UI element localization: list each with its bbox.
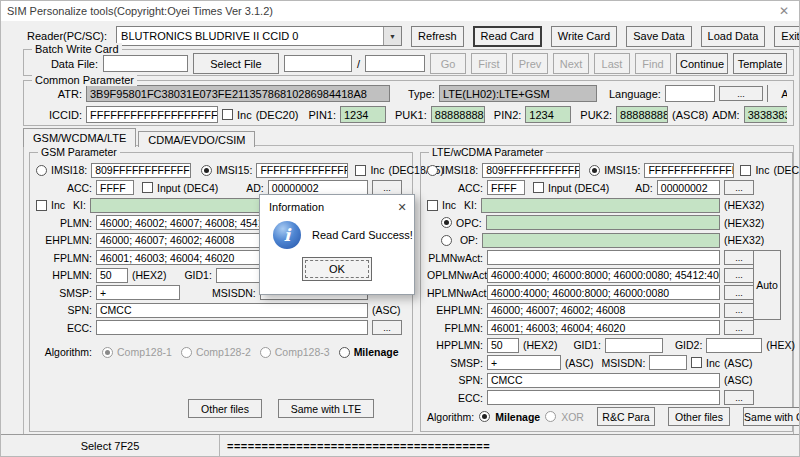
continue-button[interactable]: Continue [676,53,728,74]
lte-imsi18-input[interactable]: 809FFFFFFFFFFFFFFF [482,163,580,178]
gsm-imsi15-input[interactable]: FFFFFFFFFFFFFFF [256,163,348,178]
record-total-input[interactable] [365,55,425,72]
gsm-ecc-input[interactable] [96,320,368,335]
lte-ehplmn-input[interactable]: 46000; 46007; 46002; 46008 [487,303,720,318]
lte-same-with-gsm-button[interactable]: Same with GSM [743,407,800,426]
gsm-ki-inc-checkbox[interactable] [36,200,47,211]
lte-other-files-button[interactable]: Other files [668,407,730,426]
gsm-imsi18-radio[interactable] [36,165,47,176]
lte-smsp-input[interactable]: + [487,355,561,370]
lte-gid1-label: GID1: [573,339,600,351]
template-button[interactable]: Template [733,53,787,74]
lte-hplmnwact-input[interactable]: 46000:4000; 46000:8000; 46000:0080 [487,285,720,300]
refresh-button[interactable]: Refresh [411,26,464,47]
lte-imsi15-radio[interactable] [589,165,600,176]
lte-acc-input[interactable]: FFFF [487,180,525,195]
lte-opc-input[interactable] [486,215,720,230]
exit-button[interactable]: Exit [774,26,800,47]
lte-msisdn-inc-checkbox[interactable] [691,357,702,368]
lte-ecc-browse-button[interactable]: ... [724,390,754,405]
lte-imsi18-radio[interactable] [427,165,438,176]
lte-ad-browse-button[interactable]: ... [724,180,754,195]
lte-ad-input[interactable]: 00000002 [657,180,720,195]
first-button[interactable]: First [471,53,507,74]
gsm-ad-browse-button[interactable]: ... [372,180,402,195]
lte-auto-button[interactable]: Auto [753,250,781,320]
read-card-button[interactable]: Read Card [473,26,542,47]
gsm-acc-input-checkbox[interactable] [142,182,153,193]
adm-input[interactable]: 3838383838383838 [744,106,787,123]
gsm-ecc-browse-button[interactable]: ... [372,320,402,335]
lte-imsi-inc-checkbox[interactable] [740,165,751,176]
gsm-comp128-3-radio[interactable] [260,347,271,358]
iccid-label: ICCID: [30,109,82,121]
iccid-inc-checkbox[interactable] [222,109,233,120]
language-browse-button[interactable]: ... [719,86,763,101]
dialog-close-icon[interactable]: ✕ [394,201,410,214]
write-card-button[interactable]: Write Card [551,26,617,47]
select-file-button[interactable]: Select File [193,53,279,74]
data-file-input[interactable] [103,55,188,72]
find-button[interactable]: Find [635,53,671,74]
lte-ki-inc-checkbox[interactable] [427,200,438,211]
language-input[interactable] [665,85,715,102]
puk1-input[interactable]: 88888888 [431,106,485,123]
lte-ehplmn-browse-button[interactable]: ... [724,303,754,318]
lte-fplmn-browse-button[interactable]: ... [724,320,754,335]
iccid-input[interactable]: FFFFFFFFFFFFFFFFFFFF [86,106,218,123]
gsm-other-files-button[interactable]: Other files [188,399,262,418]
lte-acc-input-checkbox[interactable] [533,182,544,193]
gsm-same-with-lte-button[interactable]: Same with LTE [278,399,374,418]
tab-gsm-wcdma-lte[interactable]: GSM/WCDMA/LTE [23,128,136,147]
go-button[interactable]: Go [430,53,466,74]
lte-ecc-input[interactable] [487,390,720,405]
lte-gid2-input[interactable] [706,338,762,353]
gsm-acc-input[interactable]: FFFF [96,180,134,195]
lte-gid1-input[interactable] [605,338,663,353]
gsm-imsi-inc-checkbox[interactable] [355,165,366,176]
lte-plmnwact-browse-button[interactable]: ... [724,250,754,265]
load-data-button[interactable]: Load Data [701,26,766,47]
gsm-hplmn-input[interactable]: 50 [96,268,128,283]
gsm-imsi15-radio[interactable] [201,165,212,176]
gsm-comp128-1-radio[interactable] [102,347,113,358]
lte-fplmn-input[interactable]: 46001; 46003; 46004; 46020 [487,320,720,335]
lte-op-input[interactable] [482,233,720,248]
reader-select[interactable]: BLUTRONICS BLUDRIVE II CCID 0 ▼ [116,26,402,46]
save-data-button[interactable]: Save Data [626,26,691,47]
gsm-comp128-2-radio[interactable] [181,347,192,358]
prev-button[interactable]: Prev [512,53,548,74]
puk2-input[interactable]: 88888888 [616,106,668,123]
lte-plmnwact-input[interactable] [487,250,720,265]
tab-cdma-evdo-csim[interactable]: CDMA/EVDO/CSIM [138,131,255,147]
dialog-ok-button[interactable]: OK [302,257,372,281]
record-index-input[interactable] [284,55,352,72]
pin1-input[interactable]: 1234 [340,106,386,123]
lte-milenage-radio[interactable] [479,411,490,422]
lte-spn-input[interactable]: CMCC [487,373,720,388]
gsm-milenage-radio[interactable] [339,347,350,358]
lte-rc-para-button[interactable]: R&C Para [597,407,655,426]
lte-hplmnwact-browse-button[interactable]: ... [724,285,754,300]
lte-opc-radio[interactable] [441,217,452,228]
gsm-smsp-input[interactable]: + [96,285,180,300]
lte-msisdn-input[interactable] [649,355,687,370]
lte-oplmnwact-input[interactable]: 46000:4000; 46000:8000; 46000:0080; 4541… [487,268,720,283]
gsm-spn-input[interactable]: CMCC [96,303,368,318]
last-button[interactable]: Last [594,53,630,74]
chevron-down-icon[interactable]: ▼ [383,27,401,45]
pin2-input[interactable]: 1234 [525,106,571,123]
lte-imsi15-input[interactable]: FFFFFFFFFFFFFFF [644,163,734,178]
lte-xor-radio[interactable] [545,411,556,422]
adn-button[interactable]: ADN [767,85,787,102]
lte-oplmnwact-browse-button[interactable]: ... [724,268,754,283]
next-button[interactable]: Next [553,53,589,74]
lte-op-radio[interactable] [441,235,452,246]
lte-hpplmn-input[interactable]: 50 [487,338,519,353]
gsm-gid1-label: GID1: [184,269,211,281]
gsm-ad-input[interactable]: 00000002 [268,180,368,195]
gsm-imsi18-input[interactable]: 809FFFFFFFFFFFFFFF [91,163,191,178]
lte-imsi18-label: IMSI18: [442,164,478,176]
lte-ki-input[interactable] [481,198,720,213]
window-close-icon[interactable]: ✕ [775,4,793,18]
